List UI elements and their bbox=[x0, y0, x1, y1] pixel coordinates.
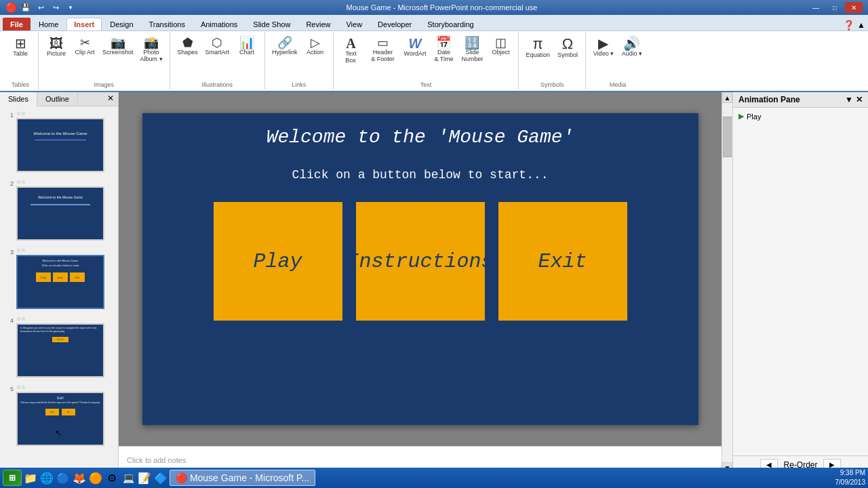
tab-insert[interactable]: Insert bbox=[66, 18, 102, 30]
slide-num-2: 2 bbox=[4, 180, 14, 187]
slide-buttons-row: Play Instructions Exit bbox=[142, 202, 698, 321]
insert-slidenumber-button[interactable]: 🔢 SlideNumber bbox=[458, 35, 486, 64]
textbox-icon: A bbox=[346, 37, 355, 50]
ribbon-group-symbols: π Equation Ω Symbol Symbols bbox=[519, 33, 586, 89]
scroll-thumb[interactable] bbox=[723, 117, 732, 157]
insert-symbol-button[interactable]: Ω Symbol bbox=[554, 35, 581, 60]
insert-chart-button[interactable]: 📊 Chart bbox=[233, 35, 260, 57]
insert-screenshot-button[interactable]: 📷 Screenshot bbox=[100, 35, 136, 57]
slides-tab[interactable]: Slides bbox=[0, 92, 37, 106]
insert-table-button[interactable]: ⊞ Table bbox=[7, 35, 34, 58]
taskbar-powerpoint[interactable]: 🔴 Mouse Game - Microsoft P... bbox=[170, 470, 315, 486]
ribbon-group-tables: ⊞ Table Tables bbox=[3, 33, 39, 89]
insert-picture-button[interactable]: 🖼 Picture bbox=[43, 35, 70, 58]
slide-1-thumbnail: Welcome to the Mouse Game bbox=[16, 118, 104, 172]
taskbar-word[interactable]: 📝 bbox=[137, 470, 152, 485]
titlebar-controls: — □ ✕ bbox=[807, 2, 863, 13]
quick-access-save[interactable]: 💾 bbox=[20, 1, 32, 14]
tab-view[interactable]: View bbox=[338, 18, 370, 30]
taskbar-settings[interactable]: ⚙ bbox=[104, 470, 119, 485]
slides-panel: Slides Outline ✕ 1 ☆☆ Welcome to the Mou… bbox=[0, 92, 119, 473]
tab-animations[interactable]: Animations bbox=[193, 18, 245, 30]
slide-num-1: 1 bbox=[4, 112, 14, 119]
insert-headerfooter-button[interactable]: ▭ Header& Footer bbox=[366, 35, 400, 64]
tab-storyboarding[interactable]: Storyboarding bbox=[420, 18, 481, 30]
taskbar-ie[interactable]: 🌐 bbox=[39, 470, 54, 485]
insert-textbox-button[interactable]: A TextBox bbox=[338, 35, 365, 65]
outline-tab[interactable]: Outline bbox=[37, 92, 78, 106]
window-title: Mouse Game - Microsoft PowerPoint non-co… bbox=[77, 3, 807, 12]
taskbar-teams[interactable]: 🔷 bbox=[153, 470, 168, 485]
taskbar-vs[interactable]: 💻 bbox=[121, 470, 136, 485]
slide-2-stars: ☆☆ bbox=[16, 179, 26, 185]
editor-scrollbar[interactable]: ▲ ▼ bbox=[722, 92, 732, 473]
slides-tabs: Slides Outline ✕ bbox=[0, 92, 118, 106]
slide-thumb-3[interactable]: 3 ☆☆ Welcome to the Mouse Game Click on … bbox=[3, 246, 115, 310]
tab-developer[interactable]: Developer bbox=[370, 18, 419, 30]
insert-equation-button[interactable]: π Equation bbox=[523, 35, 553, 60]
insert-datetime-button[interactable]: 📅 Date& Time bbox=[430, 35, 457, 64]
animation-pane: Animation Pane ▼ ✕ ▶ Play ◀ Re-Order ▶ bbox=[732, 92, 868, 473]
insert-smartart-button[interactable]: ⬡ SmartArt bbox=[203, 35, 233, 57]
ribbon-help[interactable]: ❓ bbox=[843, 20, 854, 30]
tab-file[interactable]: File bbox=[3, 18, 31, 30]
insert-object-button[interactable]: ◫ Object bbox=[487, 35, 514, 57]
insert-video-button[interactable]: ▶ Video ▾ bbox=[590, 35, 617, 58]
ribbon-minimize[interactable]: ▲ bbox=[857, 20, 865, 30]
scroll-up-button[interactable]: ▲ bbox=[722, 92, 732, 103]
slide-num-4: 4 bbox=[4, 317, 14, 324]
insert-action-button[interactable]: ▷ Action bbox=[302, 35, 329, 57]
insert-shapes-button[interactable]: ⬟ Shapes bbox=[174, 35, 201, 57]
slide-thumb-4[interactable]: 4 ☆☆ In this game you need to use the mo… bbox=[3, 314, 115, 379]
insert-wordart-button[interactable]: W WordArt bbox=[401, 35, 429, 58]
audio-icon: 🔊 bbox=[623, 37, 640, 50]
tab-slideshow[interactable]: Slide Show bbox=[245, 18, 298, 30]
exit-button[interactable]: Exit bbox=[498, 202, 627, 321]
slide-thumb-5[interactable]: 5 ☆☆ Exit! Did you enjoy and did the fin… bbox=[3, 383, 115, 447]
tab-home[interactable]: Home bbox=[31, 18, 66, 30]
quick-access-redo[interactable]: ↪ bbox=[50, 1, 62, 14]
animation-pane-dropdown[interactable]: ▼ bbox=[845, 95, 853, 104]
links-group-label: Links bbox=[292, 81, 306, 88]
minimize-button[interactable]: — bbox=[807, 2, 825, 13]
tab-design[interactable]: Design bbox=[102, 18, 140, 30]
slide-thumb-2[interactable]: 2 ☆☆ Welcome to the Mouse Game bbox=[3, 178, 115, 242]
animation-play-button[interactable]: ▶ Play bbox=[733, 108, 868, 125]
taskbar-time: 9:38 PM 7/09/2013 bbox=[835, 468, 866, 487]
slide-3-thumbnail: Welcome to the Mouse Game Click on a but… bbox=[16, 255, 104, 309]
insert-photoalbum-button[interactable]: 📸 PhotoAlbum ▾ bbox=[138, 35, 165, 64]
ribbon-tabs: File Home Insert Design Transitions Anim… bbox=[0, 15, 868, 31]
slidenumber-icon: 🔢 bbox=[465, 37, 479, 49]
insert-clipart-button[interactable]: ✂ Clip Art bbox=[71, 35, 98, 57]
maximize-button[interactable]: □ bbox=[826, 2, 844, 13]
slides-panel-close[interactable]: ✕ bbox=[103, 92, 118, 106]
quick-access-undo[interactable]: ↩ bbox=[35, 1, 47, 14]
taskbar-outlook[interactable]: 🟠 bbox=[88, 470, 103, 485]
insert-hyperlink-button[interactable]: 🔗 Hyperlink bbox=[269, 35, 300, 57]
insert-audio-button[interactable]: 🔊 Audio ▾ bbox=[618, 35, 646, 58]
taskbar-chrome[interactable]: 🔵 bbox=[56, 470, 71, 485]
taskbar-explorer[interactable]: 📁 bbox=[23, 470, 38, 485]
main-area: Slides Outline ✕ 1 ☆☆ Welcome to the Mou… bbox=[0, 92, 868, 473]
start-button[interactable]: ⊞ bbox=[3, 470, 22, 486]
table-icon: ⊞ bbox=[15, 37, 26, 50]
smartart-icon: ⬡ bbox=[212, 37, 222, 49]
quick-access-menu[interactable]: ▼ bbox=[64, 1, 77, 14]
picture-icon: 🖼 bbox=[50, 37, 63, 50]
tab-transitions[interactable]: Transitions bbox=[142, 18, 193, 30]
instructions-button[interactable]: Instructions bbox=[356, 202, 485, 321]
animation-pane-title: Animation Pane bbox=[738, 95, 800, 104]
slide-2-thumbnail: Welcome to the Mouse Game bbox=[16, 186, 104, 241]
animation-pane-close[interactable]: ✕ bbox=[856, 95, 863, 104]
slides-list: 1 ☆☆ Welcome to the Mouse Game 2 ☆☆ bbox=[0, 106, 118, 473]
taskbar-firefox[interactable]: 🦊 bbox=[72, 470, 87, 485]
tab-review[interactable]: Review bbox=[298, 18, 338, 30]
shapes-icon: ⬟ bbox=[182, 37, 193, 49]
slide-thumb-1[interactable]: 1 ☆☆ Welcome to the Mouse Game bbox=[3, 109, 115, 174]
scroll-track bbox=[722, 103, 732, 462]
tables-group-label: Tables bbox=[12, 81, 29, 88]
close-button[interactable]: ✕ bbox=[845, 2, 863, 13]
chart-icon: 📊 bbox=[239, 37, 254, 49]
play-button[interactable]: Play bbox=[214, 202, 342, 321]
animation-pane-header: Animation Pane ▼ ✕ bbox=[733, 92, 868, 108]
